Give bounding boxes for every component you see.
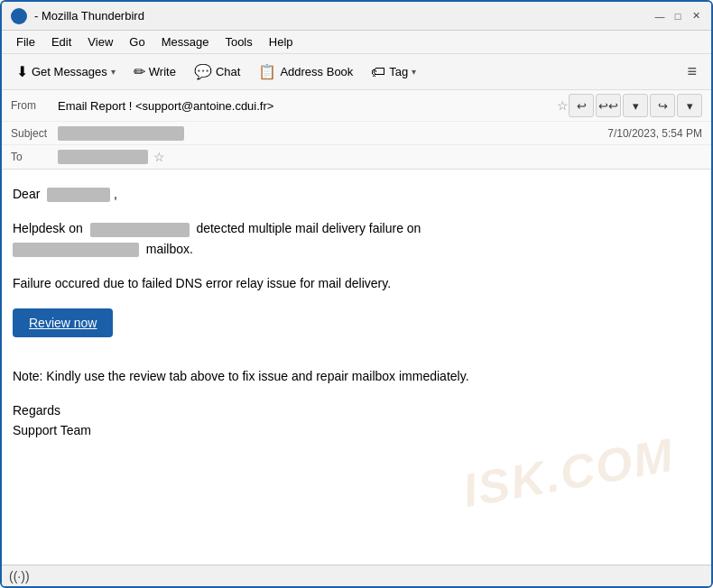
toolbar: ⬇ Get Messages ▾ ✏ Write 💬 Chat 📋 Addres…	[2, 54, 711, 90]
minimize-button[interactable]: —	[653, 10, 666, 23]
write-label: Write	[149, 65, 176, 78]
address-book-button[interactable]: 📋 Address Book	[251, 60, 360, 84]
status-bar: ((·))	[2, 565, 711, 586]
write-icon: ✏	[134, 63, 145, 80]
from-label: From	[11, 99, 58, 112]
to-value	[58, 150, 148, 164]
window-frame: - Mozilla Thunderbird — □ ✕ File Edit Vi…	[0, 0, 713, 588]
get-messages-label: Get Messages	[32, 65, 107, 78]
get-messages-icon: ⬇	[16, 63, 28, 80]
reply-button[interactable]: ↩	[569, 94, 594, 117]
chat-icon: 💬	[194, 63, 212, 80]
email-header: From Email Report ! <support@antoine.cdu…	[2, 90, 711, 170]
dear-line: Dear ,	[13, 184, 700, 204]
paragraph1-post: detected multiple mail delivery failure …	[196, 221, 421, 235]
paragraph1-mailbox	[13, 243, 139, 257]
to-row: To ☆	[2, 145, 711, 169]
regards-paragraph: Regards Support Team	[13, 400, 700, 441]
forward-dropdown-button[interactable]: ▾	[677, 94, 702, 117]
dear-name	[47, 188, 110, 202]
regards-text: Regards	[13, 403, 60, 418]
tag-label: Tag	[389, 65, 408, 78]
wifi-icon: ((·))	[9, 569, 30, 583]
subject-value	[58, 126, 184, 141]
get-messages-dropdown-icon[interactable]: ▾	[111, 67, 116, 77]
app-icon	[11, 8, 27, 24]
reply-buttons-group: ↩ ↩↩ ▾ ↪ ▾	[569, 94, 702, 117]
address-book-icon: 📋	[258, 63, 276, 80]
note-paragraph: Note: Kindly use the review tab above to…	[13, 366, 700, 386]
dear-prefix: Dear	[13, 187, 40, 201]
email-timestamp: 7/10/2023, 5:54 PM	[607, 127, 702, 140]
menu-go[interactable]: Go	[122, 33, 152, 51]
star-icon[interactable]: ☆	[557, 98, 569, 113]
to-label: To	[11, 151, 58, 163]
paragraph1-pre: Helpdesk on	[13, 221, 83, 235]
paragraph1-domain	[90, 223, 190, 237]
write-button[interactable]: ✏ Write	[126, 60, 183, 84]
paragraph2: Failure occured due to failed DNS error …	[13, 273, 700, 293]
subject-label: Subject	[11, 127, 58, 140]
reply-all-button[interactable]: ↩↩	[596, 94, 621, 117]
title-bar: - Mozilla Thunderbird — □ ✕	[2, 2, 711, 31]
get-messages-button[interactable]: ⬇ Get Messages ▾	[9, 60, 123, 84]
from-value: Email Report ! <support@antoine.cdui.fr>	[58, 99, 551, 113]
menu-tools[interactable]: Tools	[218, 33, 259, 51]
forward-button[interactable]: ↪	[650, 94, 675, 117]
team-text: Support Team	[13, 423, 91, 437]
menu-edit[interactable]: Edit	[44, 33, 79, 51]
menu-view[interactable]: View	[80, 33, 120, 51]
tag-button[interactable]: 🏷 Tag ▾	[364, 60, 423, 84]
hamburger-button[interactable]: ≡	[680, 59, 704, 85]
from-row: From Email Report ! <support@antoine.cdu…	[2, 90, 711, 122]
address-book-label: Address Book	[280, 65, 353, 78]
chat-label: Chat	[216, 65, 240, 78]
window-title: - Mozilla Thunderbird	[34, 9, 653, 23]
chat-button[interactable]: 💬 Chat	[187, 60, 247, 84]
reply-dropdown-button[interactable]: ▾	[623, 94, 648, 117]
menu-message[interactable]: Message	[154, 33, 217, 51]
paragraph1-line2-post: mailbox.	[146, 242, 193, 256]
tag-dropdown-icon[interactable]: ▾	[412, 67, 416, 77]
subject-row: Subject 7/10/2023, 5:54 PM	[2, 122, 711, 145]
menu-help[interactable]: Help	[262, 33, 301, 51]
close-button[interactable]: ✕	[690, 10, 702, 23]
email-body: Dear , Helpdesk on detected multiple mai…	[2, 170, 711, 565]
menu-bar: File Edit View Go Message Tools Help	[2, 31, 711, 54]
maximize-button[interactable]: □	[671, 10, 684, 23]
review-now-button[interactable]: Review now	[13, 308, 113, 337]
menu-file[interactable]: File	[9, 33, 42, 51]
to-star-icon[interactable]: ☆	[153, 150, 165, 164]
tag-icon: 🏷	[371, 64, 385, 80]
paragraph1: Helpdesk on detected multiple mail deliv…	[13, 218, 700, 259]
window-controls: — □ ✕	[653, 10, 702, 23]
